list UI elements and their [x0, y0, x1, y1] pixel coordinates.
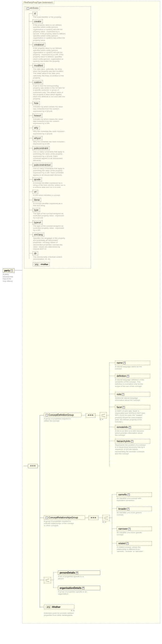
attribute-item: xml:langSpecifies the language of this p… — [33, 233, 91, 250]
child-element[interactable]: note+Additional natural language informa… — [115, 392, 150, 401]
child-element[interactable]: hierarchyInfo+Represents the position of… — [115, 439, 150, 455]
expand-icon[interactable]: + — [123, 362, 126, 364]
attribute-item: howIndicates by which means the value wa… — [33, 101, 91, 112]
attribute-desc: A concept identifier expressed as a stri… — [33, 182, 66, 188]
connector — [53, 588, 58, 588]
collapse-icon[interactable]: − — [10, 270, 13, 272]
attribute-name[interactable]: custom — [33, 80, 43, 84]
multiplicity: 0..∞ — [44, 610, 74, 612]
attribute-name[interactable]: xml:lang — [33, 233, 44, 237]
connector — [112, 494, 117, 494]
attribute-item: typeuriThe type of the concept assigned … — [33, 220, 91, 232]
expand-icon[interactable]: + — [129, 426, 131, 428]
collapse-icon[interactable]: − — [46, 516, 48, 519]
attribute-desc: One or many constraints that apply to pu… — [33, 168, 66, 176]
collapse-icon[interactable]: − — [46, 414, 48, 416]
sequence-connector[interactable] — [28, 464, 38, 468]
attribute-desc: Why the metadata has been included - exp… — [33, 130, 66, 134]
connector — [85, 518, 88, 518]
group-desc: A group of properties required to define… — [44, 418, 74, 422]
attribute-desc: Why the metadata has been included - exp… — [33, 141, 66, 145]
attribute-name[interactable]: creator — [33, 20, 43, 24]
expand-icon[interactable]: + — [131, 440, 133, 442]
child-desc: A natural language name for the concept. — [115, 366, 146, 370]
child-desc: Additional natural language information … — [115, 397, 146, 401]
child-label: broader — [118, 508, 126, 510]
connector — [109, 394, 115, 394]
child-desc: In NAR 1.8 and later 'facet' is deprecat… — [115, 410, 146, 423]
attribute-desc: A URI which identifies a concept. — [33, 194, 66, 196]
attribute-name[interactable]: typeuri — [33, 220, 42, 224]
expand-icon[interactable]: + — [76, 572, 78, 574]
attribute-name[interactable]: whyuri — [33, 136, 42, 140]
attribute-name[interactable]: why — [33, 126, 40, 130]
expand-icon[interactable]: + — [128, 494, 130, 496]
any-other-attr: any ##other — [33, 262, 50, 266]
connector — [50, 580, 53, 580]
choice-connector[interactable] — [102, 515, 110, 521]
child-label: facet — [117, 406, 122, 408]
attribute-name[interactable]: type — [33, 208, 40, 212]
attribute-name[interactable]: id — [33, 12, 37, 16]
attribute-name[interactable]: dir — [33, 252, 38, 256]
connector — [40, 607, 44, 607]
child-element[interactable]: broader+An identifier of a more generic … — [117, 507, 152, 516]
child-element[interactable]: related+A related concept, where the rel… — [117, 541, 152, 553]
child-desc: A set of properties specific to a person — [58, 576, 88, 580]
attribute-desc: A concept identifier expressed as a free… — [33, 202, 66, 206]
attribute-name[interactable]: modified — [33, 64, 44, 68]
attribute-name[interactable]: pubconstraint — [33, 146, 50, 150]
connector — [109, 427, 115, 427]
child-element[interactable]: narrower+An identifier of a more specifi… — [117, 526, 152, 536]
expand-icon[interactable]: + — [122, 406, 125, 408]
child-label: sameAs — [118, 493, 127, 496]
expand-icon[interactable]: + — [122, 393, 124, 396]
expand-icon[interactable]: + — [127, 508, 129, 510]
attribute-name[interactable]: howuri — [33, 114, 42, 118]
connector — [109, 441, 115, 441]
child-element[interactable]: sameAs+An identifier of a concept with e… — [117, 492, 152, 502]
collapse-icon[interactable]: − — [27, 7, 29, 10]
root-label: party — [4, 269, 10, 272]
connector — [53, 572, 58, 573]
child-desc: An identifier of a more generic concept. — [117, 512, 147, 516]
attribute-name[interactable]: uri — [33, 190, 38, 194]
choice-connector[interactable] — [100, 412, 107, 418]
attribute-name[interactable]: creatoruri — [33, 43, 45, 47]
sequence-connector[interactable] — [86, 413, 96, 418]
child-element[interactable]: organisationDetails+A group of propertie… — [58, 586, 100, 595]
attribute-desc: If set to true the corresponding propert… — [33, 85, 66, 100]
expand-icon[interactable]: + — [126, 542, 129, 545]
expand-icon[interactable]: + — [82, 587, 84, 589]
connector — [106, 415, 109, 415]
group-label: ConceptDefinitionGroup — [48, 414, 74, 416]
child-label: related — [118, 542, 126, 545]
attribute-name[interactable]: qcode — [33, 178, 42, 182]
connector — [40, 415, 44, 415]
child-element[interactable]: personDetails+A set of properties specif… — [58, 570, 100, 580]
connector — [14, 270, 22, 270]
expand-icon[interactable]: + — [128, 528, 130, 530]
attribute-name[interactable]: pubconstrainturi — [33, 163, 52, 167]
concept-definition-group[interactable]: − ConceptDefinitionGroup A group of prop… — [44, 413, 82, 422]
attribute-desc: Indicates by which means the value was e… — [33, 118, 66, 125]
sequence-connector[interactable] — [88, 516, 98, 520]
child-element[interactable]: definition+A natural language definition… — [115, 374, 150, 388]
expand-icon[interactable]: + — [127, 375, 129, 377]
child-element[interactable]: name+A natural language name for the con… — [115, 360, 150, 370]
child-element[interactable]: remoteInfo+A link to an item or a web re… — [115, 425, 150, 436]
choice-connector[interactable] — [44, 577, 51, 583]
connector — [109, 407, 115, 407]
wildcard-element[interactable]: any ##other 0..∞ Extension point for pro… — [44, 604, 74, 616]
attribute-desc: The directionality of textual content (e… — [33, 256, 66, 260]
connector — [109, 518, 112, 518]
child-label: name — [117, 362, 122, 364]
attribute-name[interactable]: how — [33, 101, 40, 105]
connector — [109, 362, 110, 466]
root-element[interactable]: party − — [3, 268, 14, 273]
concept-relationships-group[interactable]: − ConceptRelationshipsGroup A group of p… — [44, 515, 85, 527]
child-desc: A link to an item or a web resource whic… — [115, 430, 146, 436]
child-element[interactable]: facet+In NAR 1.8 and later 'facet' is de… — [115, 405, 150, 423]
connector — [109, 362, 115, 363]
attribute-name[interactable]: literal — [33, 198, 41, 202]
